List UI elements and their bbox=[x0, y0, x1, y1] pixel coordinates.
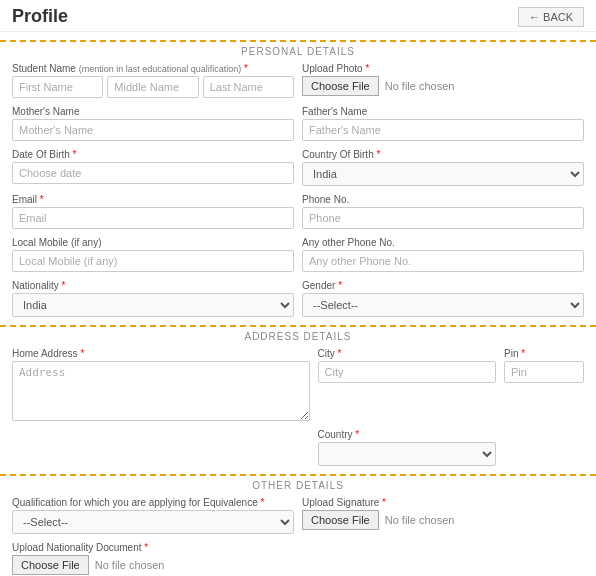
nationality-gender-row: Nationality * India Gender * --Select-- … bbox=[12, 280, 584, 317]
city-group: City * bbox=[318, 348, 497, 383]
gender-select[interactable]: --Select-- Male Female Other bbox=[302, 293, 584, 317]
nationality-doc-group: Upload Nationality Document * Choose Fil… bbox=[12, 542, 584, 575]
back-button[interactable]: ← BACK bbox=[518, 7, 584, 27]
qualification-label: Qualification for which you are applying… bbox=[12, 497, 294, 508]
country-select[interactable]: India bbox=[318, 442, 497, 466]
email-input[interactable] bbox=[12, 207, 294, 229]
local-other-phone-row: Local Mobile (if any) Any other Phone No… bbox=[12, 237, 584, 272]
upload-photo-button[interactable]: Choose File bbox=[302, 76, 379, 96]
fathers-name-input[interactable] bbox=[302, 119, 584, 141]
home-address-label: Home Address * bbox=[12, 348, 310, 359]
other-phone-input[interactable] bbox=[302, 250, 584, 272]
student-name-photo-row: Student Name (mention in last educationa… bbox=[12, 63, 584, 98]
address-details-section: Home Address * City * Pin * Country bbox=[0, 348, 596, 466]
other-phone-label: Any other Phone No. bbox=[302, 237, 584, 248]
upload-signature-label: Upload Signature * bbox=[302, 497, 584, 508]
nationality-doc-no-file: No file chosen bbox=[95, 559, 165, 571]
upload-photo-input-row: Choose File No file chosen bbox=[302, 76, 584, 96]
parents-name-row: Mother's Name Father's Name bbox=[12, 106, 584, 141]
city-label: City * bbox=[318, 348, 497, 359]
pin-input[interactable] bbox=[504, 361, 584, 383]
student-name-group: Student Name (mention in last educationa… bbox=[12, 63, 294, 98]
dob-label: Date Of Birth * bbox=[12, 149, 294, 160]
phone-label: Phone No. bbox=[302, 194, 584, 205]
phone-input[interactable] bbox=[302, 207, 584, 229]
pin-group: Pin * bbox=[504, 348, 584, 383]
local-mobile-label: Local Mobile (if any) bbox=[12, 237, 294, 248]
mothers-name-input[interactable] bbox=[12, 119, 294, 141]
address-city-pin-row: Home Address * City * Pin * bbox=[12, 348, 584, 421]
personal-details-divider bbox=[0, 40, 596, 42]
gender-group: Gender * --Select-- Male Female Other bbox=[302, 280, 584, 317]
upload-photo-no-file: No file chosen bbox=[385, 80, 455, 92]
country-label: Country * bbox=[318, 429, 497, 440]
other-details-label: OTHER DETAILS bbox=[0, 480, 596, 491]
middle-name-input[interactable] bbox=[107, 76, 198, 98]
nationality-select[interactable]: India bbox=[12, 293, 294, 317]
other-details-section: Qualification for which you are applying… bbox=[0, 497, 596, 575]
personal-details-section: Student Name (mention in last educationa… bbox=[0, 63, 596, 317]
upload-signature-button[interactable]: Choose File bbox=[302, 510, 379, 530]
dob-cob-row: Date Of Birth * Country Of Birth * India bbox=[12, 149, 584, 186]
page-title: Profile bbox=[12, 6, 68, 27]
dob-group: Date Of Birth * bbox=[12, 149, 294, 184]
qualification-signature-row: Qualification for which you are applying… bbox=[12, 497, 584, 534]
qualification-select[interactable]: --Select-- bbox=[12, 510, 294, 534]
fathers-name-group: Father's Name bbox=[302, 106, 584, 141]
home-address-group: Home Address * bbox=[12, 348, 310, 421]
cob-select[interactable]: India bbox=[302, 162, 584, 186]
local-mobile-input[interactable] bbox=[12, 250, 294, 272]
address-details-divider bbox=[0, 325, 596, 327]
email-label: Email * bbox=[12, 194, 294, 205]
cob-label: Country Of Birth * bbox=[302, 149, 584, 160]
student-name-inputs bbox=[12, 76, 294, 98]
country-row: Country * India bbox=[12, 429, 584, 466]
student-name-label: Student Name (mention in last educationa… bbox=[12, 63, 294, 74]
upload-signature-group: Upload Signature * Choose File No file c… bbox=[302, 497, 584, 530]
personal-details-label: PERSONAL DETAILS bbox=[0, 46, 596, 57]
pin-label: Pin * bbox=[504, 348, 584, 359]
fathers-name-label: Father's Name bbox=[302, 106, 584, 117]
home-address-input[interactable] bbox=[12, 361, 310, 421]
nationality-label: Nationality * bbox=[12, 280, 294, 291]
last-name-input[interactable] bbox=[203, 76, 294, 98]
page-header: Profile ← BACK bbox=[0, 0, 596, 32]
upload-signature-no-file: No file chosen bbox=[385, 514, 455, 526]
cob-group: Country Of Birth * India bbox=[302, 149, 584, 186]
local-mobile-group: Local Mobile (if any) bbox=[12, 237, 294, 272]
upload-photo-label: Upload Photo * bbox=[302, 63, 584, 74]
mothers-name-group: Mother's Name bbox=[12, 106, 294, 141]
qualification-group: Qualification for which you are applying… bbox=[12, 497, 294, 534]
gender-label: Gender * bbox=[302, 280, 584, 291]
email-phone-row: Email * Phone No. bbox=[12, 194, 584, 229]
nationality-doc-label: Upload Nationality Document * bbox=[12, 542, 584, 553]
nationality-doc-input-row: Choose File No file chosen bbox=[12, 555, 584, 575]
country-group: Country * India bbox=[318, 429, 497, 466]
mothers-name-label: Mother's Name bbox=[12, 106, 294, 117]
nationality-group: Nationality * India bbox=[12, 280, 294, 317]
nationality-doc-button[interactable]: Choose File bbox=[12, 555, 89, 575]
phone-group: Phone No. bbox=[302, 194, 584, 229]
first-name-input[interactable] bbox=[12, 76, 103, 98]
other-phone-group: Any other Phone No. bbox=[302, 237, 584, 272]
upload-photo-group: Upload Photo * Choose File No file chose… bbox=[302, 63, 584, 96]
dob-input[interactable] bbox=[12, 162, 294, 184]
email-group: Email * bbox=[12, 194, 294, 229]
upload-signature-input-row: Choose File No file chosen bbox=[302, 510, 584, 530]
other-details-divider bbox=[0, 474, 596, 476]
city-input[interactable] bbox=[318, 361, 497, 383]
address-details-label: ADDRESS DETAILS bbox=[0, 331, 596, 342]
nationality-doc-row: Upload Nationality Document * Choose Fil… bbox=[12, 542, 584, 575]
